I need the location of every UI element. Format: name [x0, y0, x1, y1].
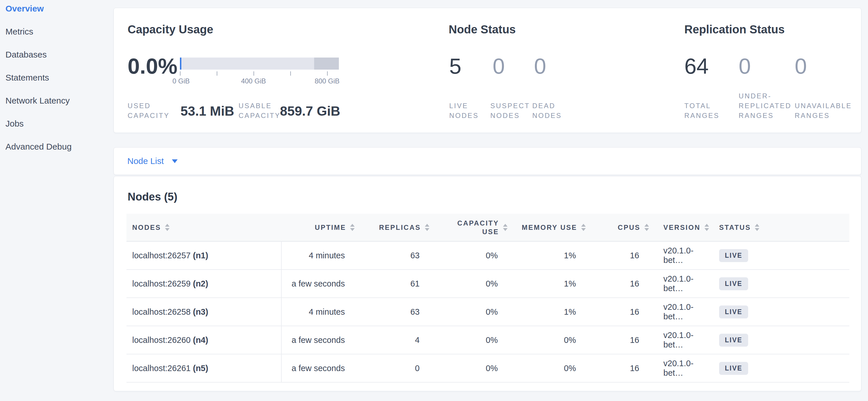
table-row-node-1[interactable]: localhost:26257 (n1) 4 minutes 63 0% 1% … [126, 241, 849, 269]
usable-capacity-label: USABLE CAPACITY [239, 101, 286, 120]
sidebar-item-jobs[interactable]: Jobs [0, 112, 114, 135]
status-badge: LIVE [719, 306, 748, 318]
node-memory: 0% [513, 354, 591, 382]
sidebar-item-metrics[interactable]: Metrics [0, 20, 114, 43]
node-memory: 0% [513, 326, 591, 354]
sidebar-item-network-latency[interactable]: Network Latency [0, 89, 114, 112]
node-cpus: 16 [591, 241, 655, 269]
dead-nodes-label: DEAD NODES [532, 101, 576, 120]
usable-capacity-value: 859.7 GiB [280, 103, 340, 119]
under-replicated-ranges-label: UNDER-REPLICATED RANGES [739, 91, 801, 120]
column-label: MEMORY USE [522, 223, 577, 232]
node-status-title: Node Status [449, 23, 516, 36]
capacity-bar-other-segment [314, 58, 339, 69]
axis-tick [327, 71, 328, 76]
node-replicas: 4 [361, 326, 435, 354]
live-nodes-label: LIVE NODES [449, 101, 492, 120]
node-uptime: a few seconds [281, 354, 361, 382]
node-uptime: 4 minutes [281, 241, 361, 269]
node-cpus: 16 [591, 354, 655, 382]
axis-tick [217, 71, 217, 76]
suspect-nodes-label: SUSPECT NODES [490, 101, 536, 120]
node-replicas: 63 [361, 298, 435, 326]
capacity-usage-title: Capacity Usage [128, 23, 213, 36]
axis-tick-label: 800 GiB [315, 77, 340, 85]
node-capacity: 0% [435, 298, 513, 326]
column-header-capacity-use[interactable]: CAPACITY USE [435, 214, 513, 241]
node-status-cell: LIVE [713, 326, 849, 354]
sort-icon[interactable] [755, 224, 760, 231]
column-header-uptime[interactable]: UPTIME [281, 214, 361, 241]
status-badge: LIVE [719, 362, 748, 375]
nodes-table-card: Nodes (5) NODES UPTIME REPLICAS [114, 176, 861, 391]
sidebar-item-databases[interactable]: Databases [0, 43, 114, 66]
column-header-cpus[interactable]: CPUS [591, 214, 655, 241]
node-address: localhost:26261 (n5) [126, 354, 281, 382]
nodes-table-title: Nodes (5) [128, 191, 177, 203]
axis-tick [180, 71, 181, 76]
status-badge: LIVE [719, 334, 748, 347]
capacity-bar [180, 58, 339, 69]
node-list-selector-card: Node List [114, 147, 861, 175]
node-status-cell: LIVE [713, 354, 849, 382]
node-replicas: 0 [361, 354, 435, 382]
axis-tick [290, 71, 291, 76]
used-capacity-value: 53.1 MiB [181, 103, 234, 119]
node-status-cell: LIVE [713, 269, 849, 298]
column-header-memory-use[interactable]: MEMORY USE [513, 214, 591, 241]
node-capacity: 0% [435, 326, 513, 354]
column-label: VERSION [663, 223, 701, 232]
table-row-node-3[interactable]: localhost:26258 (n3) 4 minutes 63 0% 1% … [126, 298, 849, 326]
column-label: CPUS [618, 223, 640, 232]
sort-icon[interactable] [503, 224, 507, 231]
column-header-status[interactable]: STATUS [713, 214, 849, 241]
total-ranges-count: 64 [684, 55, 709, 77]
column-header-nodes[interactable]: NODES [126, 214, 281, 241]
used-capacity-label: USED CAPACITY [128, 101, 175, 120]
node-cpus: 16 [591, 298, 655, 326]
column-label: NODES [132, 223, 161, 232]
node-address: localhost:26260 (n4) [126, 326, 281, 354]
sort-icon[interactable] [350, 224, 355, 231]
node-version: v20.1.0-bet… [655, 269, 713, 298]
column-label: STATUS [719, 223, 751, 232]
column-label: CAPACITY USE [457, 219, 499, 236]
axis-tick-label: 400 GiB [241, 77, 266, 85]
node-address: localhost:26257 (n1) [126, 241, 281, 269]
node-status-cell: LIVE [713, 298, 849, 326]
total-ranges-label: TOTAL RANGES [684, 101, 732, 120]
sidebar-item-advanced-debug[interactable]: Advanced Debug [0, 135, 114, 158]
table-header-row: NODES UPTIME REPLICAS CAPACITY USE MEMOR… [126, 214, 849, 241]
sort-icon[interactable] [425, 224, 429, 231]
sidebar-item-statements[interactable]: Statements [0, 66, 114, 89]
node-version: v20.1.0-bet… [655, 298, 713, 326]
chevron-down-icon [172, 160, 178, 163]
unavailable-ranges-label: UNAVAILABLE RANGES [795, 101, 868, 120]
sort-icon[interactable] [581, 224, 586, 231]
node-replicas: 63 [361, 241, 435, 269]
node-uptime: 4 minutes [281, 298, 361, 326]
replication-status-title: Replication Status [684, 23, 785, 36]
sort-icon[interactable] [644, 224, 649, 231]
axis-tick-label: 0 GiB [173, 77, 190, 85]
cluster-summary-card: Capacity Usage 0.0% 0 GiB 400 GiB 800 Gi… [114, 8, 861, 133]
node-capacity: 0% [435, 241, 513, 269]
sidebar-item-overview[interactable]: Overview [0, 0, 114, 20]
node-uptime: a few seconds [281, 326, 361, 354]
node-list-dropdown[interactable]: Node List [114, 148, 861, 175]
node-uptime: a few seconds [281, 269, 361, 298]
sidebar: Overview Metrics Databases Statements Ne… [0, 0, 114, 158]
status-badge: LIVE [719, 249, 748, 262]
column-label: UPTIME [315, 223, 346, 232]
node-memory: 1% [513, 269, 591, 298]
column-label: REPLICAS [379, 223, 421, 232]
node-cpus: 16 [591, 269, 655, 298]
column-header-replicas[interactable]: REPLICAS [361, 214, 435, 241]
under-replicated-ranges-count: 0 [739, 55, 751, 77]
table-row-node-4[interactable]: localhost:26260 (n4) a few seconds 4 0% … [126, 326, 849, 354]
column-header-version[interactable]: VERSION [655, 214, 713, 241]
sort-icon[interactable] [705, 224, 709, 231]
table-row-node-5[interactable]: localhost:26261 (n5) a few seconds 0 0% … [126, 354, 849, 382]
table-row-node-2[interactable]: localhost:26259 (n2) a few seconds 61 0%… [126, 269, 849, 298]
sort-icon[interactable] [165, 224, 169, 231]
